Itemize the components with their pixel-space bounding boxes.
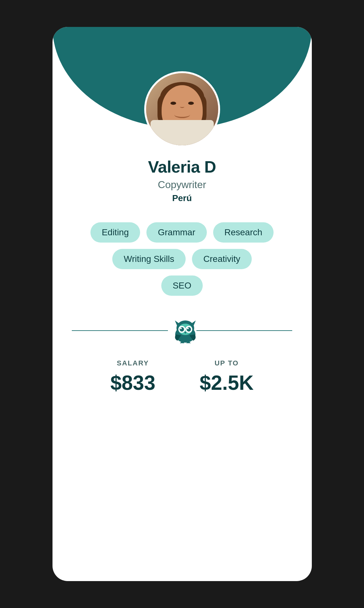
- skill-tag-editing: Editing: [90, 222, 140, 243]
- skills-row-1: Editing Grammar Research: [90, 222, 274, 243]
- person-name: Valeria D: [148, 157, 216, 176]
- svg-point-6: [187, 327, 191, 332]
- salary-value: $833: [110, 371, 155, 395]
- shirt-decoration: [151, 120, 214, 145]
- salary-item-base: SALARY $833: [110, 359, 155, 395]
- profile-card: Valeria D Copywriter Perú Editing Gramma…: [52, 27, 312, 581]
- skills-row-3: SEO: [161, 276, 203, 296]
- person-location: Perú: [148, 193, 216, 203]
- svg-point-5: [180, 327, 184, 332]
- svg-point-8: [187, 328, 188, 329]
- skill-tag-seo: SEO: [161, 276, 203, 296]
- owl-icon: [171, 318, 200, 343]
- owl-logo: [168, 318, 196, 343]
- salary-item-max: UP TO $2.5K: [200, 359, 254, 395]
- salary-upto-value: $2.5K: [200, 371, 254, 395]
- skill-tag-creativity: Creativity: [192, 249, 252, 269]
- skill-tag-research: Research: [213, 222, 274, 243]
- skill-tag-writing-skills: Writing Skills: [112, 249, 186, 269]
- divider-section: [52, 318, 312, 343]
- avatar-image: [146, 73, 218, 145]
- person-title: Copywriter: [148, 179, 216, 191]
- salary-section: SALARY $833 UP TO $2.5K: [52, 359, 312, 395]
- salary-upto-label: UP TO: [214, 359, 238, 367]
- salary-label: SALARY: [117, 359, 149, 367]
- skills-row-2: Writing Skills Creativity: [112, 249, 251, 269]
- skill-tag-grammar: Grammar: [146, 222, 207, 243]
- skills-section: Editing Grammar Research Writing Skills …: [52, 222, 312, 296]
- name-section: Valeria D Copywriter Perú: [148, 157, 216, 203]
- svg-point-7: [180, 328, 182, 329]
- avatar: [144, 71, 220, 147]
